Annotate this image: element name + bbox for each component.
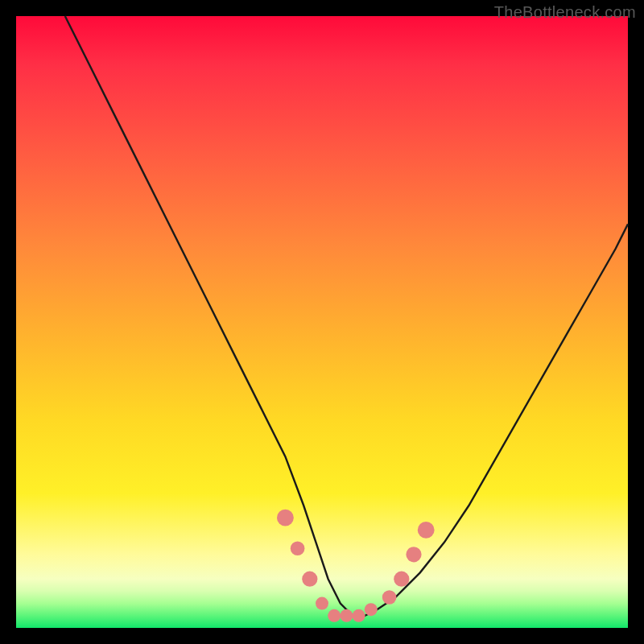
curve-marker (394, 572, 409, 587)
curve-marker (382, 590, 397, 605)
curve-marker (328, 609, 341, 622)
curve-marker (353, 609, 365, 622)
curve-marker (302, 572, 317, 587)
curve-marker (316, 597, 328, 610)
curve-marker (365, 603, 378, 616)
curve-marker (406, 547, 421, 562)
bottleneck-curve (16, 16, 628, 628)
curve-marker (418, 522, 435, 539)
curve-marker (340, 609, 353, 622)
curve-marker (291, 541, 305, 555)
curve-marker (277, 510, 294, 526)
curve-line (65, 16, 628, 616)
curve-markers (277, 510, 435, 622)
